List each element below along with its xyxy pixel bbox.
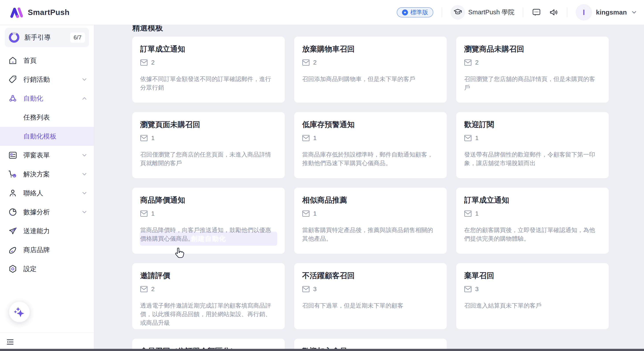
sidebar-subitem-task-list[interactable]: 任務列表 <box>0 108 94 127</box>
card-meta: 1 <box>464 210 601 217</box>
chevron-down-icon <box>81 171 88 177</box>
card-title: 訂單成立通知 <box>140 44 277 54</box>
top-header: SmartPush 標準版 SmartPush 學院 <box>0 0 644 25</box>
main-content: 精選模板 訂單成立通知 2 依據不同訂單金額發送不同的訂單確認郵件，進行分眾行銷… <box>94 25 644 351</box>
header-divider <box>567 7 567 17</box>
card-title: 相似商品推薦 <box>302 195 439 205</box>
template-card[interactable]: 邀請評價 2 透過電子郵件邀請近期完成訂單的顧客填寫商品評價，以此獲得商品回饋，… <box>132 263 285 329</box>
plan-badge[interactable]: 標準版 <box>397 7 433 17</box>
gear-icon <box>8 264 18 274</box>
sidebar-item-store-brand[interactable]: 商店品牌 <box>0 241 94 259</box>
sidebar-item-contacts[interactable]: 聯絡人 <box>0 184 94 203</box>
popup-form-icon <box>8 150 18 160</box>
ai-assistant-button[interactable] <box>9 301 30 322</box>
collapse-sidebar-button[interactable] <box>5 337 15 347</box>
brand-logo[interactable]: SmartPush <box>10 6 70 19</box>
card-title: 不活躍顧客召回 <box>302 271 439 280</box>
sidebar-item-automation[interactable]: 自動化 <box>0 89 94 108</box>
card-description: 召回瀏覽了您店舖的商品詳情頁，但是未購買的客戶 <box>464 75 601 92</box>
chevron-down-icon <box>81 209 88 215</box>
email-count: 1 <box>475 210 479 217</box>
create-automation-label: 創建自動化 <box>191 234 226 243</box>
chevron-down-icon <box>631 9 638 16</box>
template-card[interactable]: 相似商品推薦 1 當顧客購買特定產品後，推薦與該商品銷售相關的其他產品。 <box>294 188 447 254</box>
sidebar-item-solutions[interactable]: 解決方案 <box>0 165 94 184</box>
card-meta: 2 <box>140 286 277 293</box>
feedback-chat-icon[interactable] <box>532 7 541 17</box>
user-name: kingsman <box>596 8 627 16</box>
sidebar-item-campaigns[interactable]: 行銷活動 <box>0 70 94 89</box>
person-icon <box>8 188 18 198</box>
card-meta: 1 <box>302 135 439 142</box>
email-count: 1 <box>313 210 317 217</box>
academy-label: SmartPush 學院 <box>468 8 514 17</box>
sidebar-item-label: 數據分析 <box>23 208 50 217</box>
horizontal-scrollbar[interactable] <box>0 349 644 351</box>
sidebar-item-settings[interactable]: 設定 <box>0 259 94 278</box>
card-title: 訂單成立通知 <box>464 195 601 205</box>
email-count: 2 <box>475 59 479 66</box>
email-count: 2 <box>313 59 317 66</box>
avatar-initial: l <box>583 8 585 17</box>
sidebar-item-deliverability[interactable]: 送達能力 <box>0 222 94 241</box>
template-card[interactable]: 商品降價通知 1 當商品降價時，向客戶推送通知，鼓勵他們以優惠價格購買心儀商品。… <box>132 188 285 254</box>
pie-icon <box>8 207 18 217</box>
card-description: 當顧客購買特定產品後，推薦與該商品銷售相關的其他產品。 <box>302 226 439 243</box>
template-card[interactable]: 放棄購物車召回 2 召回添加商品到購物車，但是未下單的客戶 <box>294 36 447 103</box>
sidebar-item-label: 送達能力 <box>23 227 50 236</box>
card-title: 瀏覽商品未購召回 <box>464 44 601 54</box>
section-title: 精選模板 <box>132 25 609 32</box>
academy-link[interactable]: SmartPush 學院 <box>450 5 514 19</box>
template-card[interactable]: 訂單成立通知 1 在您的顧客購買後，立即發送訂單確認通知，為他們提供完美的購物體… <box>456 188 609 254</box>
template-card[interactable]: 瀏覽商品未購召回 2 召回瀏覽了您店舖的商品詳情頁，但是未購買的客戶 <box>456 36 609 103</box>
plane-icon <box>8 226 18 236</box>
card-description: 召回有下過單，但是近期未下單的顧客 <box>302 302 439 310</box>
announcement-speaker-icon[interactable] <box>549 7 558 17</box>
email-count: 2 <box>151 59 155 66</box>
card-title: 瀏覽頁面未購召回 <box>140 120 277 129</box>
sidebar-footer <box>0 333 94 351</box>
create-automation-button[interactable]: 創建自動化 <box>140 232 277 246</box>
sidebar-item-label: 設定 <box>23 265 36 274</box>
email-count: 1 <box>475 135 479 142</box>
card-title: 歡迎訂閱 <box>464 120 601 129</box>
card-title: 棄單召回 <box>464 271 601 280</box>
progress-ring <box>9 32 20 43</box>
email-count: 1 <box>151 210 155 217</box>
sidebar-subitem-automation-templates[interactable]: 自動化模板 <box>0 127 94 146</box>
sidebar-item-popup-forms[interactable]: 彈窗表單 <box>0 146 94 165</box>
template-card[interactable]: 不活躍顧客召回 3 召回有下過單，但是近期未下單的顧客 <box>294 263 447 329</box>
mail-icon <box>302 135 310 141</box>
card-meta: 2 <box>302 59 439 66</box>
mail-icon <box>140 59 148 66</box>
user-menu[interactable]: l kingsman <box>576 4 638 20</box>
template-card[interactable]: 瀏覽頁面未購召回 1 召回僅瀏覽了您商店的任意頁面，未進入商品詳情頁就離開的客戶 <box>132 112 285 178</box>
sidebar-item-label: 解決方案 <box>23 170 50 179</box>
card-title: 商品降價通知 <box>140 195 277 205</box>
sidebar-item-home[interactable]: 首頁 <box>0 51 94 70</box>
template-card[interactable]: 棄單召回 3 召回進入結算頁未下單的客戶 <box>456 263 609 329</box>
sidebar-item-label: 首頁 <box>23 56 36 65</box>
card-description: 召回僅瀏覽了您商店的任意頁面，未進入商品詳情頁就離開的客戶 <box>140 150 277 168</box>
card-meta: 2 <box>140 59 277 66</box>
automation-icon <box>8 94 18 103</box>
mail-icon <box>464 210 472 217</box>
card-meta: 1 <box>302 210 439 217</box>
email-count: 1 <box>313 135 317 142</box>
template-card[interactable]: 低庫存預警通知 1 當商品庫存低於預設標準時，郵件自動通知顧客，推動他們迅速下單… <box>294 112 447 178</box>
chevron-down-icon <box>81 152 88 159</box>
card-meta: 1 <box>140 210 277 217</box>
card-description: 在您的顧客購買後，立即發送訂單確認通知，為他們提供完美的購物體驗。 <box>464 226 601 243</box>
card-description: 依據不同訂單金額發送不同的訂單確認郵件，進行分眾行銷 <box>140 75 277 92</box>
template-card[interactable]: 訂單成立通知 2 依據不同訂單金額發送不同的訂單確認郵件，進行分眾行銷 <box>132 36 285 103</box>
mail-icon <box>302 59 310 66</box>
template-card[interactable]: 歡迎訂閱 1 發送帶有品牌個性的歡迎郵件，令顧客留下第一印象，讓店舖從市場脫穎而… <box>456 112 609 178</box>
sidebar-nav: 首頁 行銷活動 自動化 任務列表自動化模板 彈窗表單 解決方案 聯絡人 數據分析… <box>0 51 94 278</box>
mail-icon <box>302 210 310 217</box>
brush-icon <box>8 245 18 255</box>
guide-label: 新手引導 <box>24 33 51 42</box>
card-meta: 3 <box>302 286 439 293</box>
onboarding-guide-card[interactable]: 新手引導 6/7 <box>5 28 89 47</box>
brand-name: SmartPush <box>28 8 70 17</box>
sidebar-item-analytics[interactable]: 數據分析 <box>0 203 94 222</box>
